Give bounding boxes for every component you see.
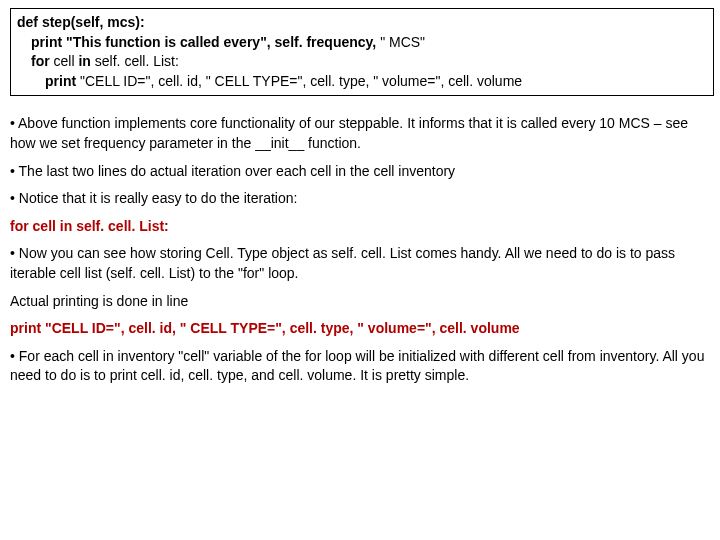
kw-for: for xyxy=(31,53,54,69)
loop-iter: self. cell. List: xyxy=(95,53,179,69)
para-1: • Above function implements core functio… xyxy=(10,114,710,153)
print-line-highlight: print "CELL ID=", cell. id, " CELL TYPE=… xyxy=(10,319,710,339)
para-3: • Notice that it is really easy to do th… xyxy=(10,189,710,209)
kw-for-2: for xyxy=(10,218,33,234)
code-line-2: print "This function is called every", s… xyxy=(17,33,707,53)
para-6: • For each cell in inventory "cell" vari… xyxy=(10,347,710,386)
para-5: Actual printing is done in line xyxy=(10,292,710,312)
print-args-2: "CELL ID=", cell. id, " CELL TYPE=", cel… xyxy=(80,73,522,89)
code-block: def step(self, mcs): print "This functio… xyxy=(10,8,714,96)
kw-print: print xyxy=(31,34,66,50)
print-args-1b: " MCS" xyxy=(380,34,425,50)
print-args-1: "This function is called every", self. f… xyxy=(66,34,380,50)
para-4: • Now you can see how storing Cell. Type… xyxy=(10,244,710,283)
kw-print-3: print xyxy=(10,320,45,336)
print-args-3: "CELL ID=", cell. id, " CELL TYPE=", cel… xyxy=(45,320,520,336)
kw-in-2: in xyxy=(60,218,76,234)
kw-print-2: print xyxy=(45,73,80,89)
func-sig: step(self, mcs): xyxy=(42,14,145,30)
kw-in: in xyxy=(78,53,94,69)
code-line-1: def step(self, mcs): xyxy=(17,13,707,33)
para-2: • The last two lines do actual iteration… xyxy=(10,162,710,182)
kw-def: def xyxy=(17,14,42,30)
loop-var-2: cell xyxy=(33,218,60,234)
for-line-highlight: for cell in self. cell. List: xyxy=(10,217,710,237)
loop-var: cell xyxy=(54,53,79,69)
code-line-3: for cell in self. cell. List: xyxy=(17,52,707,72)
loop-iter-2: self. cell. List: xyxy=(76,218,169,234)
code-line-4: print "CELL ID=", cell. id, " CELL TYPE=… xyxy=(17,72,707,92)
